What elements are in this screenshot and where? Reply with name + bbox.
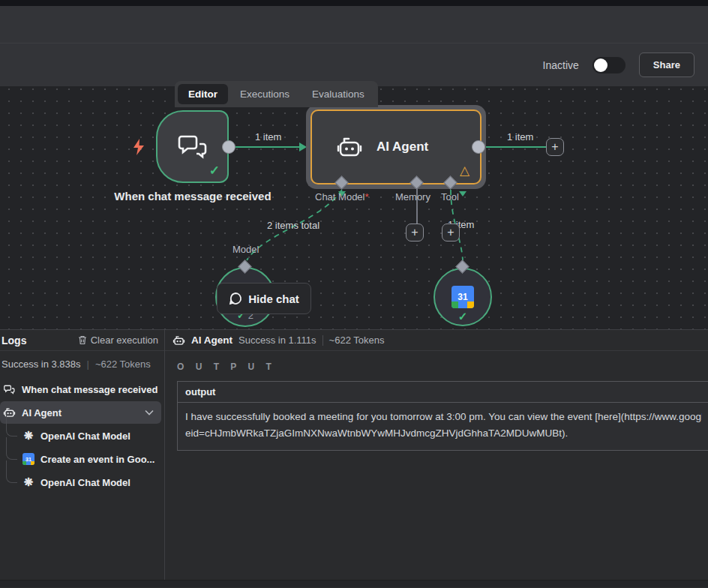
robot-icon [172,335,185,346]
tree-item-calendar-tool[interactable]: 31 Create an event in Goo... [20,448,161,470]
logs-title: Logs [2,334,26,346]
tab-executions[interactable]: Executions [230,84,300,104]
node-ai-agent[interactable]: AI Agent △ [310,110,482,184]
workflow-header: Inactive Share [0,44,708,86]
browser-top-strip [0,0,708,6]
agent-output-port[interactable] [472,140,485,154]
logs-header: Logs Clear execution [0,330,164,351]
execution-status: Success in 3.838s [2,358,81,370]
logs-panel: Logs Clear execution Success in 3.838s |… [0,329,708,580]
warning-triangle-icon: △ [460,163,470,178]
openai-icon: ❋ [22,429,34,442]
top-menubar [0,6,708,44]
add-node-button-right[interactable]: + [546,138,564,156]
output-section: O U T P U T output I have successfully b… [165,351,708,451]
chat-model-port-label: Chat Model* [315,191,369,202]
trigger-output-port[interactable] [222,140,236,154]
success-check-icon: ✓ [209,163,220,178]
detail-node-name: AI Agent [191,334,232,346]
clear-execution-button[interactable]: Clear execution [78,334,158,346]
tool-port-label: Tool [441,191,459,202]
tab-evaluations[interactable]: Evaluations [302,84,375,104]
detail-node-status: Success in 1.111s [238,334,316,346]
chat-bubbles-icon [177,132,208,162]
tree-item-chat-trigger[interactable]: When chat message received [0,378,161,400]
output-line-1: I have successfully booked a meeting for… [185,409,702,425]
add-memory-button[interactable]: + [406,224,424,242]
view-tabs: Editor Executions Evaluations [175,81,378,107]
memory-port-label: Memory [395,191,430,202]
detail-header: AI Agent Success in 1.111s ~622 Tokens [165,330,708,351]
logs-tree-pane: Logs Clear execution Success in 3.838s |… [0,330,165,580]
openai-icon: ❋ [22,476,34,489]
agent-node-title: AI Agent [376,140,428,154]
output-value[interactable]: I have successfully booked a meeting for… [178,403,708,450]
tree-item-openai-model-2[interactable]: ❋ OpenAI Chat Model [20,471,161,494]
edge-label-agent-out: 1 item [507,131,533,142]
trigger-node-label: When chat message received [110,190,276,204]
calendar-success-check-icon: ✓ [435,310,490,323]
share-button[interactable]: Share [639,52,694,77]
toggle-knob [594,58,608,72]
google-calendar-icon: 31 [22,453,34,465]
chat-bubble-icon [229,292,242,305]
n8n-workflow-app: Inactive Share Editor Executions Evaluat… [0,0,708,588]
edge-label-trigger-agent: 1 item [255,131,281,142]
tree-item-label: When chat message received [22,384,158,395]
model-port-label: Model [232,244,259,255]
tab-editor[interactable]: Editor [178,84,228,104]
active-toggle[interactable] [592,57,626,74]
execution-tree: When chat message received AI Agent [0,376,164,494]
execution-tokens: ~622 Tokens [95,358,151,370]
google-calendar-icon: 31 [452,286,474,308]
tree-item-ai-agent[interactable]: AI Agent [0,401,161,424]
node-ai-agent-selected[interactable]: AI Agent △ [306,105,486,189]
output-section-heading: O U T P U T [177,362,708,372]
node-detail-pane: AI Agent Success in 1.111s ~622 Tokens O… [165,330,708,580]
add-tool-button[interactable]: + [442,224,460,242]
bottom-strip [0,580,708,587]
chat-bubbles-icon [3,384,16,395]
robot-icon [336,136,363,158]
output-table: output I have successfully booked a meet… [177,381,708,451]
workflow-canvas[interactable]: ✓ When chat message received 1 item AI A… [0,86,708,329]
required-asterisk: * [364,191,368,202]
tree-item-openai-model-1[interactable]: ❋ OpenAI Chat Model [20,424,161,447]
trash-icon [78,335,87,345]
hide-chat-label: Hide chat [248,292,299,305]
detail-node-tokens: ~622 Tokens [329,334,385,346]
edge-label-model-items: 2 items total [267,220,320,231]
chevron-down-icon[interactable] [145,410,154,416]
workflow-status-label: Inactive [543,59,579,71]
output-column-header: output [178,382,708,403]
node-chat-trigger[interactable]: ✓ [156,110,229,183]
tree-item-label: OpenAI Chat Model [40,477,130,488]
output-line-2: eid=cHJmbWRkaTZjaGImNXNwaWtnbWYwMHJvdmcg… [185,425,702,442]
node-google-calendar[interactable]: 31 ✓ [434,268,492,326]
tree-item-label: AI Agent [22,407,62,418]
trigger-bolt-icon [132,139,146,155]
execution-status-line: Success in 3.838s | ~622 Tokens [0,351,164,376]
hide-chat-button[interactable]: Hide chat [217,283,311,314]
tree-item-label: Create an event in Goo... [40,454,154,465]
tree-item-label: OpenAI Chat Model [40,430,130,442]
